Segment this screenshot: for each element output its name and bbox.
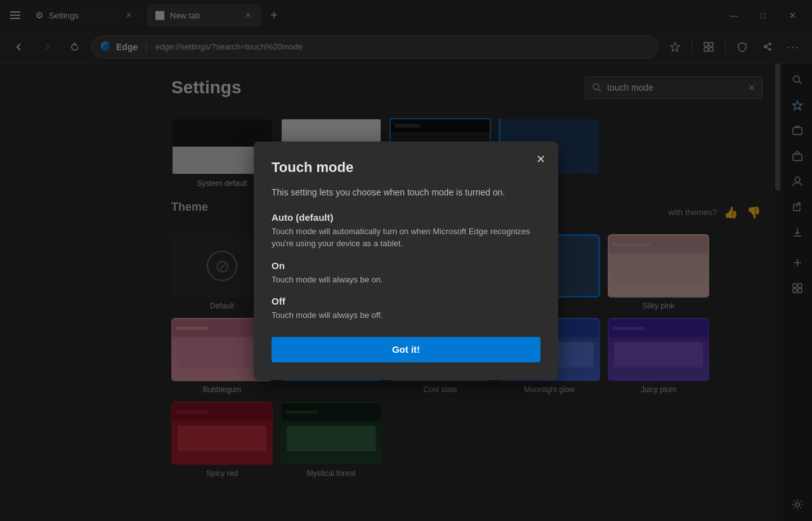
got-it-button[interactable]: Got it!	[272, 337, 540, 362]
off-option-title: Off	[272, 296, 540, 307]
touch-mode-modal: ✕ Touch mode This setting lets you choos…	[254, 142, 558, 380]
modal-overlay[interactable]: ✕ Touch mode This setting lets you choos…	[0, 0, 812, 521]
on-option-title: On	[272, 260, 540, 271]
modal-option-on: On Touch mode will always be on.	[272, 260, 540, 286]
modal-description: This setting lets you choose when touch …	[272, 186, 540, 199]
modal-option-off: Off Touch mode will always be off.	[272, 296, 540, 322]
modal-title: Touch mode	[272, 159, 540, 176]
auto-option-title: Auto (default)	[272, 212, 540, 223]
off-option-desc: Touch mode will always be off.	[272, 309, 540, 322]
modal-close-button[interactable]: ✕	[530, 149, 551, 169]
on-option-desc: Touch mode will always be on.	[272, 274, 540, 286]
modal-option-auto: Auto (default) Touch mode will automatic…	[272, 212, 540, 250]
auto-option-desc: Touch mode will automatically turn on wh…	[272, 225, 540, 250]
